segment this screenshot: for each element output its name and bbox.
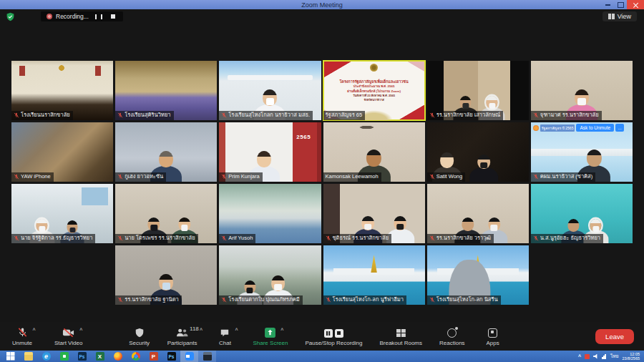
unmute-chevron-icon[interactable]: ^ [32, 328, 35, 333]
tray-chevron-icon[interactable]: ^ [578, 354, 581, 359]
excel-icon: X [96, 352, 104, 361]
participant-tile[interactable]: รร.นราสิกขาลัย วราวุฒิ [427, 184, 529, 243]
participant-tile[interactable]: โรงเรียนสุคิรินวิทยา [115, 61, 217, 120]
taskbar-app-firefox[interactable] [109, 351, 127, 362]
windows-taskbar: ePsXPPs ^ ไทย 12:05 23/8/2565 [0, 351, 644, 362]
participant-tile[interactable]: โรงเรียนตากใบ ปุณณภัทรภคมี [219, 245, 321, 305]
participant-name: โรงเรียนสุไหงโก-ลก นิสรีน [436, 296, 498, 303]
apps-button[interactable]: Apps [482, 327, 504, 346]
participant-tile[interactable]: โรงเรียนนราสิกขาลัย [11, 61, 113, 120]
tray-volume-icon[interactable] [593, 354, 598, 359]
participant-tile[interactable]: น.ส.นูรุอัยฮะ ธัญธารวิทยา [531, 184, 633, 243]
view-button-label: View [618, 13, 631, 20]
close-button[interactable] [627, 0, 644, 9]
participant-tile[interactable]: Arif Yusoh [219, 184, 321, 243]
participant-name: คผม.นราธิวาส (ชาคิส) [540, 173, 592, 180]
taskbar-app-line-app[interactable] [55, 351, 73, 362]
breakout-rooms-button[interactable]: Breakout Rooms [379, 327, 422, 346]
taskbar-app-chrome[interactable] [127, 351, 145, 362]
firefox-icon [114, 352, 122, 361]
security-label: Security [129, 340, 150, 346]
participant-tile[interactable]: 2565Prim Kunjara [219, 122, 321, 182]
participant-tile[interactable]: กูเฮง ยาวอหะซัน [115, 122, 217, 182]
share-chevron-icon[interactable]: ^ [280, 328, 283, 333]
close-icon [633, 2, 638, 7]
participant-tile[interactable]: โรงเรียนสุไหงโก-ลก นิสรีน [427, 245, 529, 305]
participant-tile[interactable]: โครงการรัฐสภาสัญจรเพื่อเด็กและเยาวชนประจ… [323, 61, 425, 120]
slide-text: โครงการรัฐสภาสัญจรเพื่อเด็กและเยาวชนประจ… [336, 73, 411, 109]
participant-tile[interactable]: Kamonsak Leewamoh [323, 122, 425, 182]
start-video-button[interactable]: ^ Start Video [54, 327, 82, 346]
participant-tile[interactable]: ชุติธรณ์ รร.นราสิกขาลัย [323, 184, 425, 243]
participant-tile[interactable]: รร.นราสิกขาลัย เสาวลักษณ์ [427, 61, 529, 120]
participant-tile[interactable]: นาย จิรัฐิติกาล รร.ธัญธารวิทยา [11, 184, 113, 243]
participant-tile[interactable]: รัฐสภาสัญจร ปี 2565Ask to Unmute...คผม.น… [531, 122, 633, 182]
participant-name-label: Arif Yusoh [219, 234, 255, 243]
chrome-icon [132, 352, 140, 361]
more-options-button[interactable]: ... [615, 124, 624, 132]
participant-tile[interactable]: โรงเรียนสุไหงโกลก นราธิวาส มสธ. [219, 61, 321, 120]
pause-stop-recording-button[interactable]: Pause/Stop Recording [305, 327, 362, 346]
participant-name: รร.นราสิกขาลัย ฐานิดา [125, 296, 179, 303]
taskbar-app-start[interactable] [1, 351, 19, 362]
participant-name: โรงเรียนสุคิรินวิทยา [125, 112, 170, 119]
video-chevron-icon[interactable]: ^ [79, 328, 82, 333]
ask-to-unmute-button[interactable]: Ask to Unmute [576, 124, 614, 132]
participant-name: โรงเรียนตากใบ ปุณณภัทรภคมี [228, 296, 299, 303]
taskbar-app-powerpoint[interactable]: P [145, 351, 162, 362]
tray-network-icon[interactable] [602, 354, 607, 359]
muted-mic-icon [429, 112, 435, 118]
meeting-toolbar: ^ Unmute ^ Start Video Security [0, 322, 644, 351]
breakout-rooms-icon [396, 329, 406, 338]
view-button[interactable]: View [602, 11, 637, 21]
participants-button[interactable]: 118 ^ Participants [167, 327, 197, 346]
meeting-topbar: Recording... View [0, 9, 644, 24]
participant-tile[interactable]: นาย โตรเพชร รร.นราสิกขาลัย [115, 184, 217, 243]
taskbar-app-photoshop[interactable]: Ps [73, 351, 91, 362]
share-screen-button[interactable]: ^ Share Screen [253, 327, 288, 346]
photoshop-icon: Ps [78, 352, 87, 361]
participant-tile[interactable]: โรงเรียนสุไหงโก-ลก นูรีฟาฮีมา [323, 245, 425, 305]
start-video-label: Start Video [54, 340, 82, 346]
leave-button[interactable]: Leave [595, 329, 634, 344]
taskbar-app-excel[interactable]: X [91, 351, 109, 362]
security-button[interactable]: Security [129, 327, 150, 346]
maximize-button[interactable] [614, 0, 627, 9]
taskbar-app-zoom[interactable] [180, 351, 198, 362]
participants-chevron-icon[interactable]: ^ [200, 328, 203, 333]
participant-name-label: รร.นราสิกขาลัย เสาวลักษณ์ [427, 111, 504, 120]
participant-name-label: Prim Kunjara [219, 172, 262, 182]
pause-icon [95, 14, 102, 19]
reactions-label: Reactions [439, 340, 465, 346]
chat-button[interactable]: ^ Chat [214, 327, 235, 346]
tray-notification-icon[interactable] [585, 354, 590, 359]
chat-label: Chat [219, 340, 231, 346]
muted-mic-icon [429, 235, 435, 241]
muted-mic-icon [14, 235, 19, 241]
recording-pause-button[interactable] [94, 13, 103, 20]
reactions-button[interactable]: Reactions [439, 327, 465, 346]
minimize-button[interactable] [601, 0, 614, 9]
recording-stop-button[interactable] [109, 13, 117, 20]
muted-mic-icon [326, 235, 331, 241]
chat-chevron-icon[interactable]: ^ [235, 328, 238, 333]
muted-mic-icon [429, 174, 435, 180]
taskbar-app-photoshop-2[interactable]: Ps [162, 351, 180, 362]
participant-tile[interactable]: รร.นราสิกขาลัย ฐานิดา [115, 245, 217, 305]
internet-explorer-icon: e [42, 352, 51, 361]
video-grid: โรงเรียนนราสิกขาลัยโรงเรียนสุคิรินวิทยาโ… [11, 61, 633, 305]
participant-name: ชุติธรณ์ รร.นราสิกขาลัย [333, 235, 389, 242]
participant-tile[interactable]: YAW iPhone [11, 122, 113, 182]
taskbar-app-internet-explorer[interactable]: e [37, 351, 55, 362]
language-indicator[interactable]: ไทย [610, 353, 618, 360]
participant-name-label: โรงเรียนสุไหงโก-ลก นิสรีน [427, 295, 501, 305]
participant-tile[interactable]: จุฑามาศ รร.นราสิกขาลัย [531, 61, 633, 120]
participant-tile[interactable]: Satit Wong [427, 122, 529, 182]
participant-name-label: รร.นราสิกขาลัย ฐานิดา [115, 295, 182, 305]
participant-name: โรงเรียนสุไหงโกลก นราธิวาส มสธ. [228, 112, 310, 119]
taskbar-app-file-explorer[interactable] [19, 351, 37, 362]
taskbar-app-remote-window[interactable] [198, 351, 216, 362]
taskbar-clock[interactable]: 12:05 23/8/2565 [623, 352, 640, 361]
unmute-button[interactable]: ^ Unmute [11, 327, 33, 346]
participant-name-label: โรงเรียนสุไหงโกลก นราธิวาส มสธ. [219, 111, 313, 120]
